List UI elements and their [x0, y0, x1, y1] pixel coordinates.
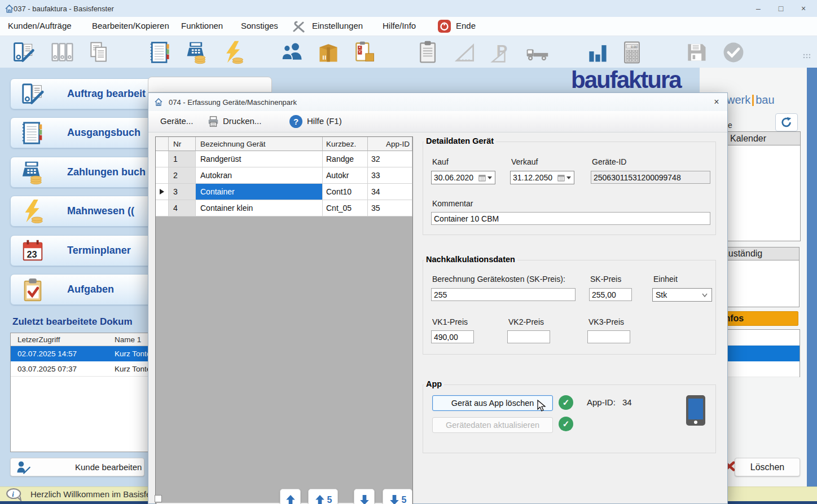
smartphone-icon: [686, 395, 705, 426]
device-row[interactable]: 4 Container klein Cnt_05 35: [156, 200, 412, 216]
nav-up5-button[interactable]: 5: [308, 489, 338, 504]
kommentar-field[interactable]: [431, 212, 710, 225]
order-edit-icon: [20, 81, 46, 107]
ledger-icon: [20, 120, 46, 146]
calendar-icon: 23: [20, 238, 46, 264]
power-icon: [437, 19, 451, 33]
dialog-menubar: Geräte... Drucken... ? Hilfe (F1): [148, 111, 727, 132]
stats-icon[interactable]: [585, 40, 610, 65]
order-edit-icon[interactable]: [11, 40, 36, 65]
ruler-icon[interactable]: [453, 40, 477, 65]
menu-ende[interactable]: Ende: [456, 21, 476, 30]
cash-register-icon: [20, 160, 46, 185]
sk-preis-field[interactable]: [589, 288, 632, 301]
arrow-down-icon: [389, 493, 400, 504]
confirm-icon[interactable]: [721, 40, 746, 65]
menu-kunden[interactable]: Kunden/Aufträge: [8, 21, 72, 30]
clipboard-icon[interactable]: [416, 40, 441, 65]
device-row[interactable]: 1 Randgerüst Randge 32: [156, 151, 412, 167]
zustaendig-label: Zuständig: [723, 249, 762, 259]
dialog-checkbox[interactable]: [155, 495, 162, 502]
dialog-titlebar: 074 - Erfassung Geräte/Maschinenpark ×: [148, 93, 727, 111]
geraetedaten-aktualisieren-button[interactable]: Gerätedaten aktualisieren: [432, 417, 553, 433]
menu-hilfe[interactable]: Hilfe/Info: [383, 21, 416, 30]
printer-icon: [207, 116, 219, 128]
refresh-button[interactable]: [775, 113, 798, 131]
berechnung-label: Berechnung Gerätekosten (SK-Preis):: [432, 275, 565, 284]
copy-icon[interactable]: [87, 40, 112, 65]
nav-up-button[interactable]: [280, 489, 301, 504]
arrow-down-icon: [359, 493, 370, 504]
menu-sonstiges[interactable]: Sonstiges: [241, 21, 278, 30]
kommentar-label: Kommentar: [432, 199, 473, 208]
wrench-icon: [292, 20, 307, 33]
truck-icon[interactable]: [525, 40, 550, 65]
menu-einstellungen[interactable]: Einstellungen: [312, 21, 363, 30]
logo-divider: [752, 95, 754, 106]
recent-zugriff: 02.07.2025 14:57: [11, 350, 108, 358]
menu-bearbeiten[interactable]: Bearbeiten/Kopieren: [92, 21, 169, 30]
kauf-value: 30.06.2020: [434, 173, 478, 182]
column-nr[interactable]: Nr: [169, 137, 196, 151]
p-ruler-icon[interactable]: P: [489, 40, 514, 65]
column-letzerzugriff[interactable]: LetzerZugriff: [11, 335, 108, 344]
menu-funktionen[interactable]: Funktionen: [181, 21, 223, 30]
svg-text:23: 23: [27, 249, 37, 259]
geraet-aus-app-loeschen-button[interactable]: Gerät aus App löschen: [432, 395, 553, 411]
vk2-field[interactable]: [507, 330, 550, 343]
menu-hilfe-f1[interactable]: Hilfe (F1): [307, 116, 342, 126]
app-id-label: App-ID:: [587, 397, 616, 407]
vk3-field[interactable]: [587, 330, 630, 343]
dropdown-arrow-icon: [487, 176, 492, 179]
kalender-label: Kalender: [730, 134, 766, 144]
success-check-icon: ✓: [559, 417, 573, 431]
column-kurzbez[interactable]: Kurzbez.: [323, 137, 368, 151]
archive-icon[interactable]: [50, 40, 74, 65]
device-row[interactable]: 2 Autokran Autokr 33: [156, 167, 412, 184]
geraete-id-field[interactable]: [591, 171, 710, 184]
device-table: Nr Bezeichnung Gerät Kurzbez. App-ID 1 R…: [155, 136, 413, 504]
help-icon: ?: [289, 115, 302, 128]
minimize-button[interactable]: –: [747, 1, 770, 16]
close-button[interactable]: ×: [792, 1, 815, 16]
logo-sub-bau: bau: [755, 94, 774, 107]
dunning-icon[interactable]: [221, 40, 246, 65]
kauf-date-input[interactable]: 30.06.2020: [431, 171, 495, 184]
package-icon[interactable]: [316, 40, 341, 65]
menu-drucken[interactable]: Drucken...: [223, 116, 261, 126]
svg-text:i: i: [12, 490, 14, 498]
window-title: 037 - baufaktura - Basisfenster: [14, 5, 114, 13]
dropdown-arrow-icon: [566, 176, 571, 179]
berechnung-field[interactable]: [431, 288, 576, 301]
drag-handle-icon[interactable]: [802, 53, 810, 61]
loeschen-button[interactable]: Löschen: [735, 458, 800, 476]
maximize-button[interactable]: □: [770, 1, 792, 16]
window-titlebar: 037 - baufaktura - Basisfenster – □ ×: [0, 0, 817, 17]
save-icon[interactable]: [684, 40, 709, 65]
column-appid[interactable]: App-ID: [368, 137, 412, 151]
calculator-icon[interactable]: 0.00: [620, 40, 644, 65]
dialog-close-button[interactable]: ×: [709, 96, 724, 108]
verkauf-date-input[interactable]: 31.12.2050: [510, 171, 574, 184]
ledger-icon[interactable]: [148, 40, 173, 65]
nav-down5-button[interactable]: 5: [383, 489, 412, 504]
nachkalkulation-group-title: Nachkalkulationsdaten: [424, 255, 517, 264]
cash-register-icon[interactable]: [185, 40, 209, 65]
customers-icon[interactable]: [280, 40, 305, 65]
calendar-picker-icon: [557, 174, 565, 182]
vk1-field[interactable]: [431, 330, 474, 343]
menu-geraete[interactable]: Geräte...: [160, 116, 193, 126]
tasks-icon: [20, 277, 46, 303]
dialog-erfassung-geraete: 074 - Erfassung Geräte/Maschinenpark × G…: [148, 92, 728, 504]
logo-subtitle: werk bau: [727, 94, 775, 107]
nav-down-button[interactable]: [354, 489, 375, 504]
right-scroll-strip[interactable]: [807, 68, 817, 487]
partial-label: e: [728, 121, 732, 130]
delivery-note-icon[interactable]: [352, 40, 377, 65]
kauf-label: Kauf: [432, 157, 449, 166]
column-bezeichnung[interactable]: Bezeichnung Gerät: [196, 137, 323, 151]
refresh-icon: [780, 116, 793, 129]
einheit-select[interactable]: Stk: [652, 288, 712, 302]
kunde-bearbeiten-button[interactable]: Kunde bearbeiten: [10, 458, 144, 476]
device-row-selected[interactable]: 3 Container Cont10 34: [156, 184, 412, 200]
